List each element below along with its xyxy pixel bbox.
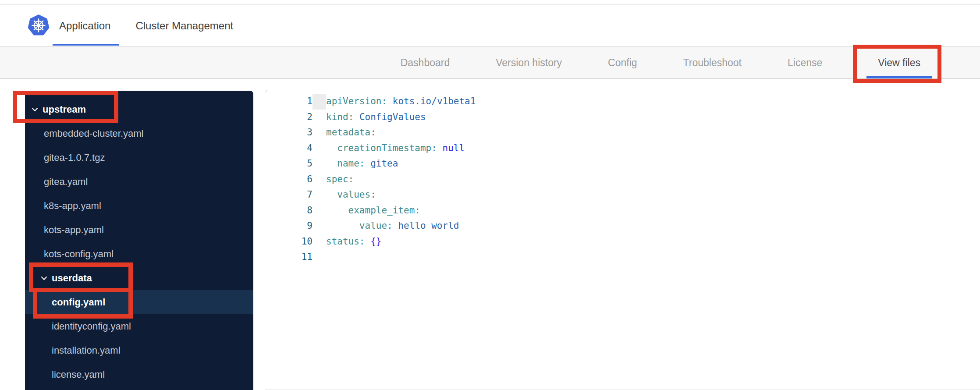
code-text: name: gitea [326,156,980,172]
tab-application[interactable]: Application [57,5,113,46]
tree-item-installation.yaml[interactable]: installation.yaml [25,338,253,362]
line-number: 9 [265,218,326,234]
token-plain [365,158,371,169]
tree-item-label: embedded-cluster.yaml [44,128,143,139]
line-number: 8 [265,203,326,219]
line-number: 3 [265,125,326,141]
code-line[interactable]: 8example_item: [265,203,980,219]
nav-tab-dashboard[interactable]: Dashboard [399,47,452,78]
tree-item-gitea-1.0.7.tgz[interactable]: gitea-1.0.7.tgz [25,145,253,170]
code-line[interactable]: 2kind: ConfigValues [265,110,980,125]
app-header: Application Cluster Management [0,5,980,46]
tree-item-embedded-cluster.yaml[interactable]: embedded-cluster.yaml [25,121,253,145]
code-text: example_item: [326,203,980,219]
tree-item-userdata[interactable]: userdata [25,266,253,290]
tree-item-license.yaml[interactable]: license.yaml [25,362,253,386]
token-plain [365,236,371,247]
tree-item-label: upstream [43,104,86,115]
code-line[interactable]: 6spec: [265,172,980,188]
tree-item-kots-app.yaml[interactable]: kots-app.yaml [25,218,253,242]
code-text: apiVersion: kots.io/v1beta1 [326,94,980,110]
kubernetes-logo-icon [27,13,50,38]
nav-tab-license[interactable]: License [786,47,824,78]
code-text: values: [326,187,980,203]
token-const: {} [370,236,381,247]
line-number: 7 [265,187,326,203]
chevron-down-icon [41,276,47,280]
line-number: 6 [265,172,326,188]
tree-item-label: config.yaml [52,297,105,308]
token-key: kind: [326,112,354,122]
token-key: metadata: [326,127,376,138]
tree-item-config.yaml[interactable]: config.yaml [25,290,253,314]
token-key: status: [326,236,365,247]
code-line[interactable]: 5name: gitea [265,156,980,172]
line-number: 11 [265,249,326,265]
nav-tab-version-history[interactable]: Version history [494,47,564,78]
token-plain [387,96,393,106]
token-key: name: [337,158,365,169]
code-text: spec: [326,172,980,188]
code-line[interactable]: 7values: [265,187,980,203]
code-text: creationTimestamp: null [326,141,980,156]
primary-tabs: Application Cluster Management [57,5,235,46]
kots-admin-console: Application Cluster Management Dashboard… [0,0,980,390]
code-line[interactable]: 4creationTimestamp: null [265,141,980,156]
file-tree-sidebar: upstreamembedded-cluster.yamlgitea-1.0.7… [25,91,253,390]
code-text: status: {} [326,234,980,250]
code-line[interactable]: 3metadata: [265,125,980,141]
line-number: 5 [265,156,326,172]
token-str: kots.io/v1beta1 [393,96,476,106]
code-line[interactable]: 10status: {} [265,234,980,250]
tree-item-identityconfig.yaml[interactable]: identityconfig.yaml [25,314,253,338]
yaml-file-viewer[interactable]: 1apiVersion: kots.io/v1beta12kind: Confi… [265,90,980,390]
line-number: 2 [265,110,326,125]
tree-item-label: license.yaml [52,369,105,380]
code-line[interactable]: 1apiVersion: kots.io/v1beta1 [265,94,980,110]
token-str: ConfigValues [359,112,426,122]
code-line[interactable]: 11 [265,249,980,265]
line-number: 10 [265,234,326,250]
token-key: spec: [326,174,354,184]
token-key: value: [359,220,393,231]
tab-cluster-management[interactable]: Cluster Management [133,5,235,46]
tree-item-k8s-app.yaml[interactable]: k8s-app.yaml [25,194,253,218]
tree-item-label: installation.yaml [52,345,121,356]
tree-item-label: identityconfig.yaml [52,321,131,332]
token-str: hello world [398,220,459,231]
token-str: gitea [370,158,398,169]
tree-item-label: kots-config.yaml [44,248,114,260]
tree-item-kots-config.yaml[interactable]: kots-config.yaml [25,242,253,266]
code-text [326,249,980,265]
token-key: example_item: [348,205,420,216]
tree-item-label: k8s-app.yaml [44,200,101,212]
token-key: values: [337,189,376,200]
tree-item-label: userdata [52,273,92,284]
chevron-down-icon [32,107,38,112]
token-key: apiVersion: [326,96,387,106]
token-key: creationTimestamp: [337,143,437,153]
token-plain [437,143,443,153]
line-number: 1 [265,94,326,110]
nav-tab-view-files[interactable]: View files [866,47,932,78]
token-const: null [443,143,465,153]
tree-item-upstream[interactable]: upstream [25,97,253,121]
code-text: metadata: [326,125,980,141]
tree-item-label: gitea-1.0.7.tgz [44,152,105,163]
code-line[interactable]: 9value: hello world [265,218,980,234]
tree-item-label: kots-app.yaml [44,224,104,236]
code-text: kind: ConfigValues [326,110,980,125]
code-text: value: hello world [326,218,980,234]
nav-tab-troubleshoot[interactable]: Troubleshoot [682,47,743,78]
app-nav-tabs: DashboardVersion historyConfigTroublesho… [0,46,980,79]
token-plain [393,220,398,231]
line-number: 4 [265,141,326,156]
tree-item-gitea.yaml[interactable]: gitea.yaml [25,170,253,194]
nav-tab-config[interactable]: Config [606,47,639,78]
token-plain [354,112,359,122]
tree-item-label: gitea.yaml [44,176,88,188]
